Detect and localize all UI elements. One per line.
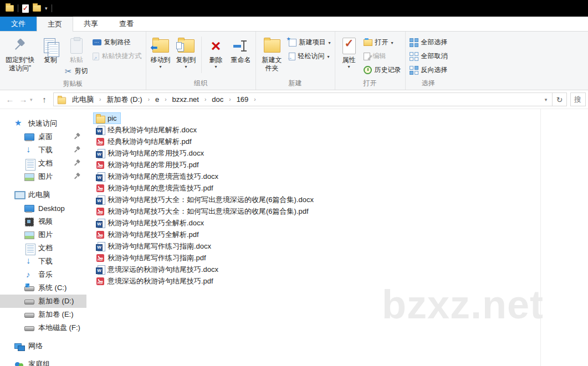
properties-button[interactable]: 属性 ▾ — [337, 34, 361, 69]
sidebar-item[interactable]: 桌面 — [0, 130, 86, 143]
file-row[interactable]: 意境深远的秋游诗句结尾技巧.pdf — [93, 275, 217, 287]
sidebar-item[interactable]: 此电脑 — [0, 188, 86, 202]
file-row[interactable]: pic — [93, 112, 121, 124]
paste-shortcut-label: 粘贴快捷方式 — [102, 51, 142, 61]
sidebar-item[interactable]: 新加卷 (D:) — [0, 295, 86, 308]
up-button[interactable]: ↑ — [38, 95, 51, 104]
chevron-down-icon[interactable]: ▾ — [45, 6, 48, 11]
paste-button[interactable]: 粘贴 — [64, 34, 89, 64]
folder-icon[interactable] — [33, 5, 41, 12]
chevron-right-icon[interactable]: › — [162, 96, 168, 102]
new-item-button[interactable]: 新建项目 ▾ — [287, 35, 333, 49]
sidebar-item[interactable]: 家庭组 — [0, 358, 86, 366]
file-row[interactable]: 经典秋游诗句结尾解析.pdf — [93, 136, 196, 147]
select-none-icon — [410, 52, 418, 61]
sidebar-item[interactable]: 新加卷 (E:) — [0, 308, 86, 321]
back-button[interactable]: ← — [3, 95, 17, 104]
file-row[interactable]: 秋游诗句结尾技巧大全：如何写出意境深远的收尾(6篇合集).docx — [93, 194, 318, 205]
sidebar-item-icon — [24, 297, 34, 306]
sidebar-item[interactable]: 下载 — [0, 143, 86, 157]
sidebar-item[interactable]: 音乐 — [0, 268, 86, 281]
chevron-right-icon[interactable]: › — [202, 96, 208, 102]
breadcrumb-item[interactable]: e › — [152, 95, 169, 104]
file-row[interactable]: 意境深远的秋游诗句结尾技巧.docx — [93, 264, 222, 275]
properties-icon[interactable] — [22, 4, 29, 13]
file-row[interactable]: 秋游诗句结尾的常用技巧.docx — [93, 147, 208, 159]
sidebar-item[interactable]: 文档 — [0, 157, 86, 170]
chevron-right-icon[interactable]: › — [97, 96, 103, 102]
chevron-right-icon[interactable]: › — [146, 96, 152, 102]
copy-to-button[interactable]: 复制到 ▾ — [173, 34, 199, 69]
sidebar-item[interactable]: 快速访问 — [0, 117, 86, 130]
sidebar-item[interactable]: 网络 — [0, 339, 86, 353]
file-row[interactable]: 秋游诗句结尾的意境营造技巧.pdf — [93, 182, 217, 194]
folder-icon[interactable] — [6, 5, 14, 12]
breadcrumb-item-label: bzxz.net — [169, 95, 202, 104]
new-item-icon — [289, 39, 296, 47]
sidebar-item[interactable]: 下载 — [0, 255, 86, 268]
file-row[interactable]: 秋游诗句结尾的常用技巧.pdf — [93, 159, 203, 171]
history-button[interactable]: 历史记录 — [361, 63, 403, 77]
file-row[interactable]: 秋游诗句结尾的意境营造技巧.docx — [93, 171, 222, 182]
breadcrumb-item[interactable]: 169 › — [233, 95, 258, 104]
file-type-icon — [96, 126, 105, 135]
sidebar-item[interactable]: 本地磁盘 (F:) — [0, 321, 86, 334]
file-row[interactable]: 秋游诗句结尾技巧大全：如何写出意境深远的收尾(6篇合集).pdf — [93, 205, 313, 217]
move-to-button[interactable]: ⬅ 移动到 ▾ — [148, 34, 173, 69]
sidebar-item[interactable]: 文档 — [0, 241, 86, 255]
select-all-button[interactable]: 全部选择 — [407, 35, 450, 49]
sidebar-item[interactable]: 图片 — [0, 228, 86, 241]
file-name: 秋游诗句结尾的常用技巧.docx — [108, 148, 204, 158]
forward-button[interactable]: → — [17, 95, 30, 104]
pin-icon — [13, 39, 27, 53]
breadcrumb-item[interactable]: 此电脑 › — [69, 95, 103, 105]
sidebar-item-icon — [24, 257, 34, 266]
invert-selection-button[interactable]: 反向选择 — [407, 63, 450, 77]
divider — [201, 37, 202, 73]
tab-home[interactable]: 主页 — [37, 17, 73, 32]
group-label-open: 打开 — [337, 78, 403, 90]
copy-path-button[interactable]: ⋯ 复制路径 — [90, 35, 144, 49]
open-button[interactable]: 打开 ▾ — [361, 35, 403, 49]
sidebar-item[interactable]: 图片 — [0, 170, 86, 183]
breadcrumb-item[interactable]: 新加卷 (D:) › — [103, 95, 152, 105]
easy-access-button[interactable]: 轻松访问 ▾ — [287, 49, 333, 63]
cut-button[interactable]: ✂ 剪切 — [63, 64, 90, 78]
search-input[interactable]: 搜 — [570, 92, 586, 106]
select-none-button[interactable]: 全部取消 — [407, 49, 450, 63]
paste-shortcut-button[interactable]: 粘贴快捷方式 — [90, 49, 144, 63]
address-dropdown-chevron[interactable]: ▾ — [540, 93, 552, 106]
sidebar-item-label: 本地磁盘 (F:) — [38, 323, 80, 333]
recent-locations-chevron[interactable]: ▾ — [30, 97, 38, 102]
copy-button[interactable]: 复制 — [38, 34, 63, 64]
tab-view[interactable]: 查看 — [109, 17, 144, 31]
pin-to-quick-access-button[interactable]: 固定到“快速访问” — [2, 34, 38, 73]
new-folder-button[interactable]: 新建文件夹 — [258, 34, 287, 73]
delete-button[interactable]: × 删除 ▾ — [204, 34, 228, 69]
search-placeholder: 搜 — [574, 95, 581, 105]
chevron-right-icon[interactable]: › — [227, 96, 233, 102]
breadcrumb-item[interactable]: bzxz.net › — [169, 95, 209, 104]
file-menu-button[interactable]: 文件 — [0, 17, 37, 31]
sidebar-item-icon — [14, 342, 24, 350]
rename-button[interactable]: 重命名 — [228, 34, 254, 64]
file-row[interactable]: 秋游诗句结尾技巧全解析.pdf — [93, 229, 203, 240]
tab-share[interactable]: 共享 — [73, 17, 109, 31]
sidebar-item-icon — [24, 204, 34, 213]
select-all-label: 全部选择 — [421, 38, 448, 47]
file-row[interactable]: 经典秋游诗句结尾解析.docx — [93, 124, 201, 136]
breadcrumb-item[interactable]: doc › — [208, 95, 233, 104]
sidebar-item[interactable]: 系统 (C:) — [0, 281, 86, 295]
refresh-button[interactable]: ↻ — [553, 92, 567, 106]
move-to-icon: ⬅ — [152, 39, 169, 53]
sidebar-item[interactable]: 视频 — [0, 215, 86, 228]
sidebar-item[interactable]: Desktop — [0, 202, 86, 215]
open-icon — [364, 39, 372, 46]
file-row[interactable]: 秋游诗句结尾写作练习指南.docx — [93, 240, 215, 252]
chevron-right-icon[interactable]: › — [252, 96, 258, 102]
breadcrumb[interactable]: 此电脑 › 新加卷 (D:) › e › bzxz.net › doc › 16… — [53, 92, 553, 106]
file-row[interactable]: 秋游诗句结尾技巧全解析.docx — [93, 217, 208, 229]
edit-button[interactable]: 编辑 — [361, 49, 403, 63]
group-clipboard: 固定到“快速访问” 复制 粘贴 ✂ 剪切 ⋯ 复制路径 — [0, 32, 146, 90]
file-row[interactable]: 秋游诗句结尾写作练习指南.pdf — [93, 252, 210, 264]
